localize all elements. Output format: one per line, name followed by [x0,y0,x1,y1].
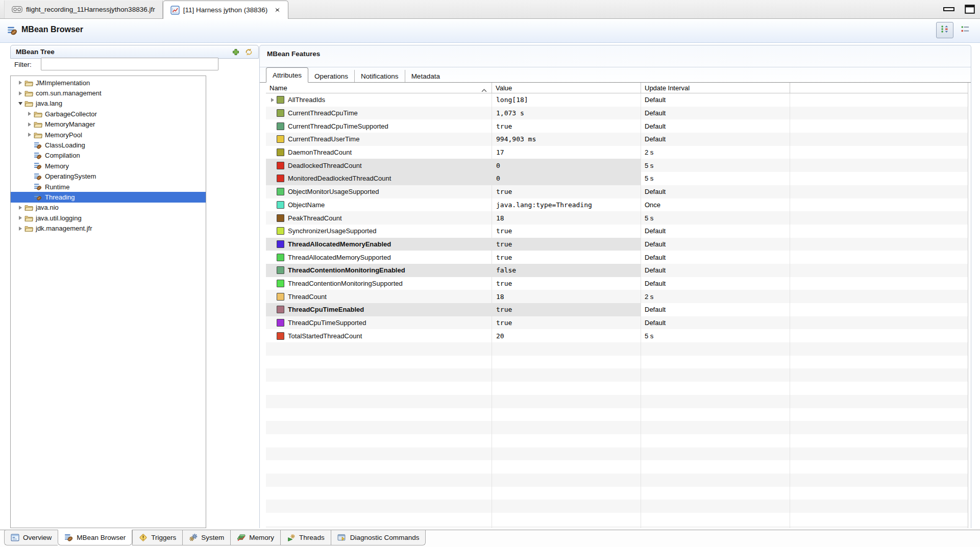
table-row[interactable]: DeadlockedThreadCount05 s [266,159,968,172]
tree-item-compilation[interactable]: Compilation [11,151,206,161]
expand-arrow-icon[interactable] [25,133,34,137]
table-row[interactable]: MonitoredDeadlockedThreadCount05 s [266,172,968,185]
table-row[interactable]: ThreadCount182 s [266,290,968,303]
tab-attributes[interactable]: Attributes [266,67,308,83]
expand-arrow-icon[interactable] [25,122,34,127]
bottom-tab-overview[interactable]: Overview [4,530,58,545]
tree-item-jdk.management.jfr[interactable]: jdk.management.jfr [11,223,206,233]
attribute-value-cell: true [492,277,641,290]
table-row[interactable]: ObjectMonitorUsageSupportedtrueDefault [266,185,968,198]
tree-item-memorypool[interactable]: MemoryPool [11,130,206,140]
table-row[interactable]: ThreadAllocatedMemorySupportedtrueDefaul… [266,251,968,264]
attribute-color-chip [277,122,284,130]
row-filler-cell [790,368,968,382]
bottom-tab-label: System [201,534,224,541]
table-row[interactable]: ThreadCpuTimeEnabledtrueDefault [266,303,968,316]
table-row[interactable]: DaemonThreadCount172 s [266,146,968,159]
attribute-name-cell [266,434,492,447]
attribute-value-cell: 0 [492,159,641,172]
attribute-value-cell: true [492,303,641,316]
refresh-icon[interactable] [244,48,253,56]
table-row[interactable]: ObjectNamejava.lang:type=ThreadingOnce [266,198,968,212]
attribute-interval-cell [641,408,790,421]
table-row[interactable]: AllThreadIdslong[18]Default [266,93,968,107]
table-row[interactable]: ThreadContentionMonitoringEnabledfalseDe… [266,264,968,277]
row-filler-cell [790,447,968,461]
table-row[interactable]: CurrentThreadUserTime994,903 msDefault [266,133,968,146]
column-header-value[interactable]: Value [492,83,641,93]
attribute-name-cell [266,395,492,408]
bottom-tab-triggers[interactable]: Triggers [132,530,182,545]
table-row[interactable]: ThreadCpuTimeSupportedtrueDefault [266,316,968,330]
bottom-tab-system[interactable]: System [182,530,230,545]
expand-arrow-icon[interactable] [268,98,277,102]
table-row[interactable]: TotalStartedThreadCount205 s [266,329,968,342]
mbean-tree: JMImplementationcom.sun.managementjava.l… [10,76,206,528]
table-empty-row [266,513,968,526]
attribute-name-cell [266,513,492,526]
horizontal-layout-button[interactable] [957,22,974,38]
editor-tab-label: [11] Harness jython (38836) [183,6,268,14]
attribute-value-cell: 20 [492,329,641,342]
column-header-update-interval[interactable]: Update Interval [641,83,790,93]
attribute-interval-cell: Default [641,225,790,238]
expand-arrow-icon[interactable] [16,91,24,95]
tree-item-label: java.lang [35,100,62,107]
table-row[interactable]: CurrentThreadCpuTimeSupportedtrueDefault [266,119,968,133]
tree-item-memorymanager[interactable]: MemoryManager [11,119,206,130]
expand-arrow-icon[interactable] [16,216,24,220]
maximize-icon[interactable] [965,5,975,14]
add-icon[interactable] [232,48,240,56]
minimize-icon[interactable] [943,5,954,14]
tree-item-classloading[interactable]: ClassLoading [11,140,206,150]
attribute-interval-cell: Default [641,185,790,198]
expand-arrow-icon[interactable] [16,81,24,85]
mbean-icon [34,141,44,150]
collapse-arrow-icon[interactable] [16,102,24,105]
column-header-name[interactable]: Name [266,83,492,93]
filter-input[interactable] [41,58,218,70]
attribute-value-cell [492,500,641,513]
attribute-interval-cell [641,356,790,369]
expand-arrow-icon[interactable] [16,227,24,231]
filter-label: Filter: [14,61,32,68]
bottom-tab-memory[interactable]: Memory [230,530,280,545]
table-row[interactable]: ThreadAllocatedMemoryEnabledtrueDefault [266,238,968,251]
bottom-tab-threads[interactable]: Threads [280,530,331,545]
editor-tab[interactable]: [11] Harness jython (38836) [163,1,289,19]
tree-item-java.nio[interactable]: java.nio [11,203,206,213]
table-row[interactable]: CurrentThreadCpuTime1,073 sDefault [266,107,968,120]
table-row[interactable]: ThreadContentionMonitoringSupportedtrueD… [266,277,968,290]
tab-operations[interactable]: Operations [308,70,355,82]
tree-item-label: MemoryPool [44,131,82,139]
attribute-name-cell: TotalStartedThreadCount [266,329,492,342]
tab-notifications[interactable]: Notifications [355,70,405,82]
tab-metadata[interactable]: Metadata [405,70,446,82]
tree-item-threading[interactable]: Threading [11,192,206,202]
tree-item-garbagecollector[interactable]: GarbageCollector [11,109,206,119]
attribute-name-cell: AllThreadIds [266,93,492,107]
tree-item-memory[interactable]: Memory [11,161,206,171]
close-icon[interactable] [274,7,281,13]
tree-item-runtime[interactable]: Runtime [11,182,206,192]
vertical-layout-button[interactable] [936,22,953,38]
bottom-tab-diagnostic-commands[interactable]: Diagnostic Commands [331,530,426,545]
table-row[interactable]: PeakThreadCount185 s [266,211,968,225]
editor-tab[interactable]: flight_recording_11Harnessjython38836.jf… [4,1,163,18]
mbean-tree-title: MBean Tree [16,48,55,56]
tree-item-com.sun.management[interactable]: com.sun.management [11,88,206,98]
folder-icon [34,120,44,128]
attribute-name-cell [266,368,492,382]
bottom-tab-mbean-browser[interactable]: MBean Browser [58,530,132,545]
expand-arrow-icon[interactable] [25,112,34,116]
tree-item-jmimplementation[interactable]: JMImplementation [11,78,206,88]
tree-item-operatingsystem[interactable]: OperatingSystem [11,171,206,182]
editor-tab-bar: flight_recording_11Harnessjython38836.jf… [0,0,980,19]
table-row[interactable]: SynchronizerUsageSupportedtrueDefault [266,225,968,238]
attribute-interval-cell [641,487,790,500]
tree-item-java.util.logging[interactable]: java.util.logging [11,213,206,223]
tree-item-java.lang[interactable]: java.lang [11,98,206,109]
row-filler-cell [790,329,968,342]
row-filler-cell [790,487,968,500]
expand-arrow-icon[interactable] [16,206,24,210]
